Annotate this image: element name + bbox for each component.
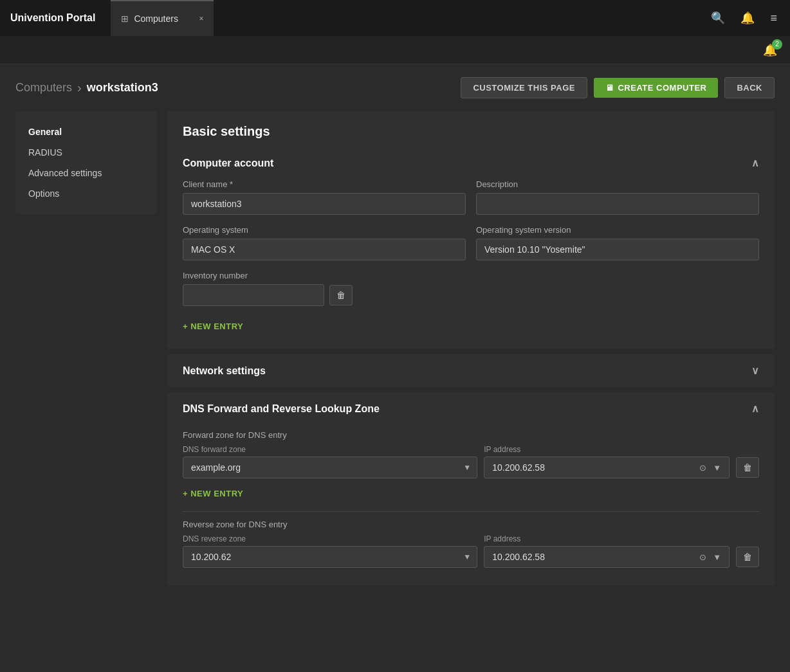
dns-reverse-ip-group: IP address ⊙ ▼ (484, 534, 730, 568)
dns-forward-ip-clock-button[interactable]: ⊙ (697, 462, 709, 474)
dns-forward-ip-chevron-button[interactable]: ▼ (710, 462, 724, 474)
dns-reverse-zone-group: DNS reverse zone 10.200.62 ▼ (183, 534, 477, 568)
inventory-input[interactable] (183, 284, 324, 306)
back-button[interactable]: BACK (724, 77, 775, 98)
dns-divider (183, 511, 759, 512)
forward-zone-label: Forward zone for DNS entry (183, 430, 759, 440)
dns-reverse-ip-actions: ⊙ ▼ (697, 551, 724, 563)
dns-panel-header[interactable]: DNS Forward and Reverse Lookup Zone ∧ (167, 392, 775, 425)
dns-forward-ip-label: IP address (484, 445, 730, 454)
breadcrumb-parent[interactable]: Computers (15, 81, 72, 95)
customize-button[interactable]: CUSTOMIZE THIS PAGE (461, 77, 587, 98)
dns-reverse-ip-chevron-button[interactable]: ▼ (710, 551, 724, 563)
dns-forward-row: DNS forward zone example.org ▼ IP addres… (183, 445, 759, 478)
os-label: Operating system (183, 225, 466, 235)
network-settings-title: Network settings (183, 365, 266, 377)
menu-button[interactable]: ≡ (767, 9, 780, 28)
sidebar-advanced-label: Advanced settings (28, 168, 102, 178)
computer-account-header[interactable]: Computer account ∧ (167, 147, 775, 179)
search-button[interactable]: 🔍 (708, 8, 728, 28)
dns-reverse-zone-label: DNS reverse zone (183, 534, 477, 543)
tab-bar: ⊞ Computers × (111, 0, 708, 36)
badge-count: 2 (772, 39, 782, 50)
dns-reverse-ip-input[interactable] (490, 547, 694, 567)
sidebar-options-label: Options (28, 188, 59, 199)
dns-forward-ip-wrapper: ⊙ ▼ (484, 457, 730, 478)
dns-forward-ip-actions: ⊙ ▼ (697, 462, 724, 474)
inventory-delete-button[interactable]: 🗑 (329, 285, 353, 305)
computer-account-body: Client name * Description Operating syst… (167, 179, 775, 349)
os-version-label: Operating system version (476, 225, 759, 235)
dns-reverse-zone-select[interactable]: 10.200.62 (183, 546, 477, 568)
dns-forward-new-entry-button[interactable]: + NEW ENTRY (183, 484, 243, 504)
create-icon: 🖥 (605, 83, 614, 93)
dns-reverse-ip-wrapper: ⊙ ▼ (484, 546, 730, 568)
dns-panel-chevron: ∧ (751, 403, 759, 415)
breadcrumb-separator: › (77, 80, 82, 95)
dns-forward-zone-select[interactable]: example.org (183, 457, 477, 478)
network-settings-panel: Network settings ∨ (167, 354, 775, 387)
main-content: Basic settings Computer account ∧ Client… (167, 111, 775, 591)
client-name-group: Client name * (183, 179, 466, 215)
os-group: Operating system (183, 225, 466, 260)
dns-forward-delete-button[interactable]: 🗑 (736, 457, 759, 478)
dns-forward-ip-group: IP address ⊙ ▼ (484, 445, 730, 478)
header-actions: CUSTOMIZE THIS PAGE 🖥 CREATE COMPUTER BA… (461, 77, 775, 98)
dns-forward-zone-label: DNS forward zone (183, 445, 477, 454)
topbar: Univention Portal ⊞ Computers × 🔍 🔔 ≡ (0, 0, 790, 36)
create-label: CREATE COMPUTER (618, 83, 706, 93)
dns-panel-body: Forward zone for DNS entry DNS forward z… (167, 430, 775, 586)
create-computer-button[interactable]: 🖥 CREATE COMPUTER (594, 78, 718, 98)
description-group: Description (476, 179, 759, 215)
tab-label: Computers (134, 14, 178, 24)
reverse-zone-label: Reverse zone for DNS entry (183, 520, 759, 529)
inventory-label: Inventory number (183, 271, 759, 280)
sidebar: General RADIUS Advanced settings Options (15, 111, 157, 214)
basic-settings-title: Basic settings (167, 111, 775, 147)
computer-account-new-entry-button[interactable]: + NEW ENTRY (183, 316, 243, 336)
dns-forward-zone-select-wrapper: example.org ▼ (183, 457, 477, 478)
computer-account-title: Computer account (183, 158, 273, 169)
dns-forward-zone-group: DNS forward zone example.org ▼ (183, 445, 477, 478)
computers-tab[interactable]: ⊞ Computers × (111, 0, 214, 36)
dns-panel-title: DNS Forward and Reverse Lookup Zone (183, 403, 380, 415)
dns-reverse-ip-clock-button[interactable]: ⊙ (697, 551, 709, 563)
dns-forward-ip-input[interactable] (490, 457, 694, 478)
breadcrumb-current: workstation3 (87, 81, 158, 95)
notification-badge[interactable]: 🔔 2 (763, 43, 777, 57)
network-settings-chevron: ∨ (751, 365, 759, 377)
page-header: Computers › workstation3 CUSTOMIZE THIS … (0, 64, 790, 111)
client-name-input[interactable] (183, 193, 466, 215)
app-title: Univention Portal (10, 12, 111, 24)
dns-reverse-zone-select-wrapper: 10.200.62 ▼ (183, 546, 477, 568)
inventory-row: 🗑 (183, 284, 759, 306)
tab-icon: ⊞ (121, 14, 129, 24)
description-label: Description (476, 179, 759, 189)
network-settings-header[interactable]: Network settings ∨ (167, 354, 775, 387)
dns-panel: DNS Forward and Reverse Lookup Zone ∧ Fo… (167, 392, 775, 586)
sidebar-item-advanced[interactable]: Advanced settings (15, 163, 157, 183)
client-name-label: Client name * (183, 179, 466, 189)
topbar-actions: 🔍 🔔 ≡ (708, 8, 780, 28)
notification-button[interactable]: 🔔 (738, 8, 757, 28)
os-version-input[interactable] (476, 239, 759, 260)
client-description-row: Client name * Description (183, 179, 759, 215)
breadcrumb: Computers › workstation3 (15, 80, 158, 95)
inventory-group: Inventory number 🗑 (183, 271, 759, 311)
dns-reverse-delete-button[interactable]: 🗑 (736, 547, 759, 567)
dns-reverse-row: DNS reverse zone 10.200.62 ▼ IP address (183, 534, 759, 568)
computer-account-chevron: ∧ (751, 157, 759, 169)
os-input[interactable] (183, 239, 466, 260)
secondary-bar: 🔔 2 (0, 36, 790, 64)
sidebar-radius-label: RADIUS (28, 147, 62, 158)
sidebar-item-radius[interactable]: RADIUS (15, 142, 157, 163)
layout: General RADIUS Advanced settings Options… (0, 111, 790, 606)
os-version-group: Operating system version (476, 225, 759, 260)
computer-account-panel: Computer account ∧ Client name * Descrip… (167, 147, 775, 349)
os-row: Operating system Operating system versio… (183, 225, 759, 260)
dns-reverse-ip-label: IP address (484, 534, 730, 543)
sidebar-item-general[interactable]: General (15, 122, 157, 142)
sidebar-item-options[interactable]: Options (15, 183, 157, 204)
description-input[interactable] (476, 193, 759, 215)
tab-close-button[interactable]: × (199, 14, 203, 23)
